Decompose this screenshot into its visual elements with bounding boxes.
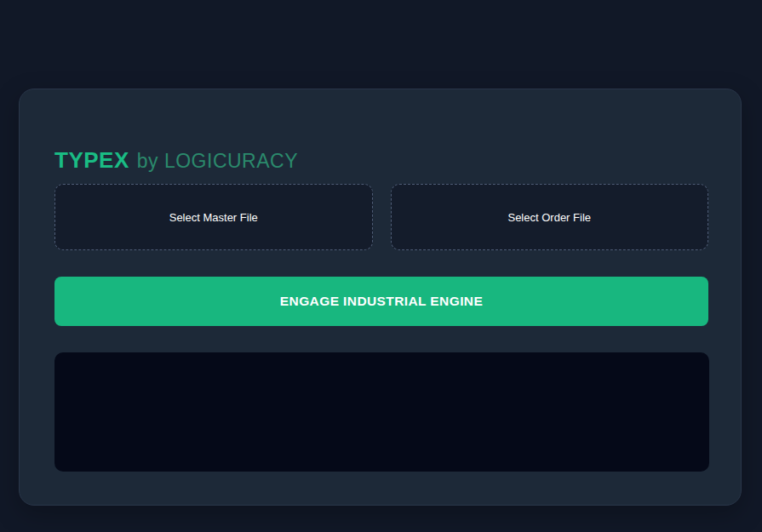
select-master-file-button[interactable]: Select Master File (54, 184, 373, 250)
page-title: TYPEXby LOGICURACY (54, 142, 298, 174)
brand-byline: by LOGICURACY (137, 150, 298, 172)
output-console[interactable] (54, 352, 709, 472)
select-order-file-button[interactable]: Select Order File (391, 184, 709, 250)
main-panel: TYPEXby LOGICURACY Select Master File Se… (19, 89, 742, 506)
engage-engine-button[interactable]: ENGAGE INDUSTRIAL ENGINE (54, 277, 708, 326)
file-picker-row: Select Master File Select Order File (54, 184, 708, 250)
brand-name: TYPEX (54, 147, 129, 173)
